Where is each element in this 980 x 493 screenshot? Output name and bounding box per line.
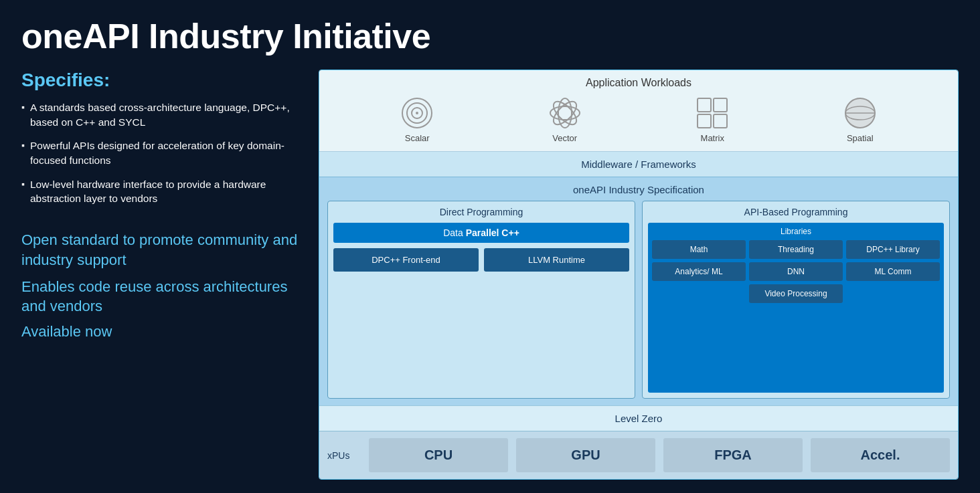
matrix-label: Matrix (701, 133, 724, 143)
lib-video: Video Processing (749, 284, 843, 303)
matrix-icon (695, 96, 730, 130)
svg-point-3 (416, 112, 418, 114)
vector-icon (548, 96, 582, 130)
data-parallel-box: Data Parallel C++ (333, 223, 629, 243)
svg-rect-8 (698, 98, 711, 112)
lib-math: Math (652, 240, 746, 259)
xpu-cpu: CPU (369, 438, 508, 472)
dpc-frontend-box: DPC++ Front-end (333, 248, 479, 272)
svg-rect-9 (714, 98, 727, 112)
svg-rect-11 (714, 114, 727, 128)
app-workloads-title: Application Workloads (330, 77, 947, 89)
lib-threading: Threading (749, 240, 843, 259)
spatial-label: Spatial (847, 133, 874, 143)
direct-programming-box: Direct Programming Data Parallel C++ DPC… (327, 201, 635, 399)
bullet-item-3: Low-level hardware interface to provide … (21, 177, 303, 206)
workload-vector: Vector (548, 96, 582, 143)
main-content: Specifies: A standards based cross-archi… (21, 70, 959, 480)
bullet-item-2: Powerful APIs designed for acceleration … (21, 138, 303, 167)
level-zero-section: Level Zero (319, 405, 958, 431)
lib-dpcpp: DPC++ Library (846, 240, 940, 259)
spec-boxes: Direct Programming Data Parallel C++ DPC… (327, 201, 950, 399)
spatial-icon (843, 96, 878, 130)
specifies-title: Specifies: (21, 70, 303, 91)
vector-label: Vector (552, 133, 577, 143)
direct-prog-title: Direct Programming (333, 207, 629, 217)
open-standard-text: Open standard to promote community and i… (21, 230, 303, 270)
llvm-runtime-box: LLVM Runtime (484, 248, 629, 272)
enables-text: Enables code reuse across architectures … (21, 277, 303, 316)
page: oneAPI Industry Initiative Specifies: A … (0, 0, 980, 493)
data-parallel-text: Data Parallel C++ (443, 227, 519, 238)
left-panel: Specifies: A standards based cross-archi… (21, 70, 303, 480)
available-text: Available now (21, 323, 303, 340)
scalar-icon (400, 96, 434, 130)
api-prog-title: API-Based Programming (648, 207, 944, 217)
workload-spatial: Spatial (843, 96, 878, 143)
app-workloads-section: Application Workloads Scalar (319, 70, 958, 151)
runtime-boxes: DPC++ Front-end LLVM Runtime (333, 248, 629, 272)
workload-scalar: Scalar (400, 96, 434, 143)
middleware-section: Middleware / Frameworks (319, 151, 958, 177)
oneapi-spec-section: oneAPI Industry Specification Direct Pro… (319, 177, 958, 405)
library-grid: Math Threading DPC++ Library Analytics/ … (652, 240, 940, 303)
libraries-title: Libraries (652, 227, 940, 236)
workload-matrix: Matrix (695, 96, 730, 143)
lib-mlcomm: ML Comm (846, 262, 940, 281)
workload-icons: Scalar Vector (330, 96, 947, 143)
right-panel: Application Workloads Scalar (319, 70, 959, 480)
bullet-list: A standards based cross-architecture lan… (21, 100, 303, 215)
svg-rect-10 (698, 114, 711, 128)
api-programming-box: API-Based Programming Libraries Math Thr… (642, 201, 950, 399)
xpu-boxes: CPU GPU FPGA Accel. (369, 438, 950, 472)
xpu-gpu: GPU (516, 438, 655, 472)
xpu-fpga: FPGA (663, 438, 803, 472)
xpu-accel: Accel. (811, 438, 950, 472)
xpus-label: xPUs (327, 450, 361, 461)
page-title: oneAPI Industry Initiative (21, 16, 959, 56)
scalar-label: Scalar (405, 133, 430, 143)
xpus-section: xPUs CPU GPU FPGA Accel. (319, 431, 958, 479)
lib-analytics: Analytics/ ML (652, 262, 746, 281)
libraries-section: Libraries Math Threading DPC++ Library A… (648, 223, 944, 393)
bullet-item-1: A standards based cross-architecture lan… (21, 100, 303, 129)
lib-dnn: DNN (749, 262, 843, 281)
oneapi-spec-title: oneAPI Industry Specification (327, 184, 950, 195)
